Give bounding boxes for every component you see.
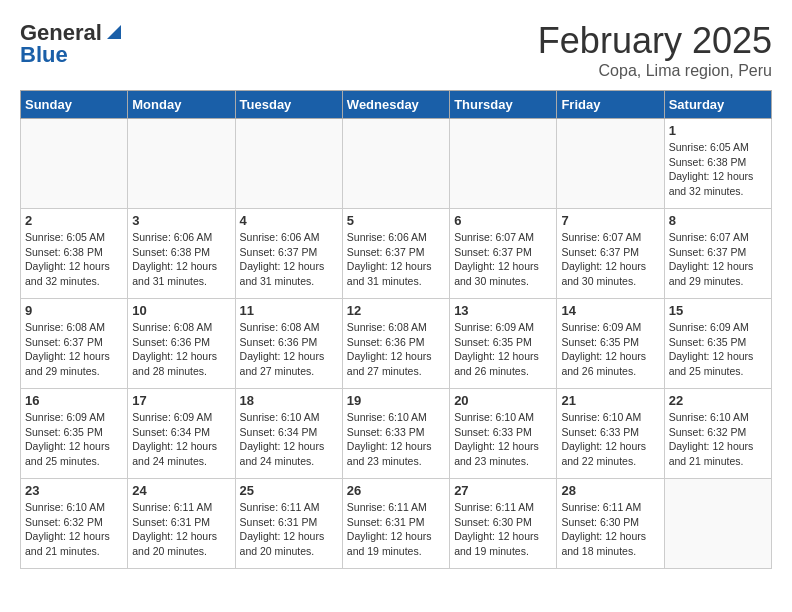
calendar-cell: 3Sunrise: 6:06 AM Sunset: 6:38 PM Daylig… [128,209,235,299]
day-info: Sunrise: 6:07 AM Sunset: 6:37 PM Dayligh… [669,230,767,289]
day-number: 10 [132,303,230,318]
day-number: 1 [669,123,767,138]
calendar-cell: 25Sunrise: 6:11 AM Sunset: 6:31 PM Dayli… [235,479,342,569]
day-number: 23 [25,483,123,498]
calendar-cell: 11Sunrise: 6:08 AM Sunset: 6:36 PM Dayli… [235,299,342,389]
calendar-cell: 28Sunrise: 6:11 AM Sunset: 6:30 PM Dayli… [557,479,664,569]
day-info: Sunrise: 6:09 AM Sunset: 6:34 PM Dayligh… [132,410,230,469]
calendar-cell [21,119,128,209]
page-subtitle: Copa, Lima region, Peru [538,62,772,80]
day-info: Sunrise: 6:09 AM Sunset: 6:35 PM Dayligh… [454,320,552,379]
day-number: 21 [561,393,659,408]
calendar-cell: 18Sunrise: 6:10 AM Sunset: 6:34 PM Dayli… [235,389,342,479]
calendar-cell: 9Sunrise: 6:08 AM Sunset: 6:37 PM Daylig… [21,299,128,389]
calendar-cell [664,479,771,569]
day-number: 25 [240,483,338,498]
day-number: 5 [347,213,445,228]
calendar-cell [450,119,557,209]
title-area: February 2025 Copa, Lima region, Peru [538,20,772,80]
day-info: Sunrise: 6:09 AM Sunset: 6:35 PM Dayligh… [25,410,123,469]
page-header: General Blue February 2025 Copa, Lima re… [20,20,772,80]
calendar-cell [128,119,235,209]
day-info: Sunrise: 6:10 AM Sunset: 6:33 PM Dayligh… [454,410,552,469]
calendar-cell: 1Sunrise: 6:05 AM Sunset: 6:38 PM Daylig… [664,119,771,209]
calendar-cell: 23Sunrise: 6:10 AM Sunset: 6:32 PM Dayli… [21,479,128,569]
calendar-week-1: 1Sunrise: 6:05 AM Sunset: 6:38 PM Daylig… [21,119,772,209]
calendar-header-thursday: Thursday [450,91,557,119]
day-info: Sunrise: 6:07 AM Sunset: 6:37 PM Dayligh… [561,230,659,289]
calendar-cell: 4Sunrise: 6:06 AM Sunset: 6:37 PM Daylig… [235,209,342,299]
day-info: Sunrise: 6:08 AM Sunset: 6:37 PM Dayligh… [25,320,123,379]
day-info: Sunrise: 6:06 AM Sunset: 6:37 PM Dayligh… [347,230,445,289]
day-info: Sunrise: 6:05 AM Sunset: 6:38 PM Dayligh… [669,140,767,199]
day-info: Sunrise: 6:10 AM Sunset: 6:32 PM Dayligh… [669,410,767,469]
calendar-cell: 27Sunrise: 6:11 AM Sunset: 6:30 PM Dayli… [450,479,557,569]
day-number: 18 [240,393,338,408]
day-info: Sunrise: 6:08 AM Sunset: 6:36 PM Dayligh… [347,320,445,379]
day-number: 4 [240,213,338,228]
calendar-cell: 21Sunrise: 6:10 AM Sunset: 6:33 PM Dayli… [557,389,664,479]
day-number: 20 [454,393,552,408]
calendar-cell: 15Sunrise: 6:09 AM Sunset: 6:35 PM Dayli… [664,299,771,389]
calendar-header-sunday: Sunday [21,91,128,119]
logo-triangle-icon [103,23,121,41]
day-number: 6 [454,213,552,228]
calendar-cell: 6Sunrise: 6:07 AM Sunset: 6:37 PM Daylig… [450,209,557,299]
page-title: February 2025 [538,20,772,62]
day-info: Sunrise: 6:09 AM Sunset: 6:35 PM Dayligh… [561,320,659,379]
day-number: 22 [669,393,767,408]
calendar-header-friday: Friday [557,91,664,119]
calendar-cell: 14Sunrise: 6:09 AM Sunset: 6:35 PM Dayli… [557,299,664,389]
calendar-cell: 16Sunrise: 6:09 AM Sunset: 6:35 PM Dayli… [21,389,128,479]
day-info: Sunrise: 6:09 AM Sunset: 6:35 PM Dayligh… [669,320,767,379]
day-info: Sunrise: 6:06 AM Sunset: 6:37 PM Dayligh… [240,230,338,289]
calendar-week-4: 16Sunrise: 6:09 AM Sunset: 6:35 PM Dayli… [21,389,772,479]
calendar-cell: 20Sunrise: 6:10 AM Sunset: 6:33 PM Dayli… [450,389,557,479]
day-number: 2 [25,213,123,228]
calendar-header-wednesday: Wednesday [342,91,449,119]
day-number: 17 [132,393,230,408]
day-info: Sunrise: 6:07 AM Sunset: 6:37 PM Dayligh… [454,230,552,289]
calendar-header-saturday: Saturday [664,91,771,119]
calendar-cell: 26Sunrise: 6:11 AM Sunset: 6:31 PM Dayli… [342,479,449,569]
logo: General Blue [20,20,121,68]
calendar-week-2: 2Sunrise: 6:05 AM Sunset: 6:38 PM Daylig… [21,209,772,299]
day-number: 8 [669,213,767,228]
day-info: Sunrise: 6:11 AM Sunset: 6:30 PM Dayligh… [454,500,552,559]
calendar-cell: 22Sunrise: 6:10 AM Sunset: 6:32 PM Dayli… [664,389,771,479]
calendar-cell: 17Sunrise: 6:09 AM Sunset: 6:34 PM Dayli… [128,389,235,479]
day-info: Sunrise: 6:11 AM Sunset: 6:30 PM Dayligh… [561,500,659,559]
calendar-cell: 7Sunrise: 6:07 AM Sunset: 6:37 PM Daylig… [557,209,664,299]
day-number: 14 [561,303,659,318]
calendar-cell: 2Sunrise: 6:05 AM Sunset: 6:38 PM Daylig… [21,209,128,299]
day-number: 7 [561,213,659,228]
calendar-cell [557,119,664,209]
calendar-week-5: 23Sunrise: 6:10 AM Sunset: 6:32 PM Dayli… [21,479,772,569]
day-number: 19 [347,393,445,408]
calendar-cell: 8Sunrise: 6:07 AM Sunset: 6:37 PM Daylig… [664,209,771,299]
day-info: Sunrise: 6:10 AM Sunset: 6:34 PM Dayligh… [240,410,338,469]
day-info: Sunrise: 6:11 AM Sunset: 6:31 PM Dayligh… [347,500,445,559]
day-number: 26 [347,483,445,498]
day-number: 12 [347,303,445,318]
day-number: 24 [132,483,230,498]
calendar-cell [342,119,449,209]
calendar-header-monday: Monday [128,91,235,119]
calendar-cell: 12Sunrise: 6:08 AM Sunset: 6:36 PM Dayli… [342,299,449,389]
day-number: 3 [132,213,230,228]
svg-marker-0 [107,25,121,39]
calendar-cell: 13Sunrise: 6:09 AM Sunset: 6:35 PM Dayli… [450,299,557,389]
day-number: 13 [454,303,552,318]
calendar-header-tuesday: Tuesday [235,91,342,119]
calendar-table: SundayMondayTuesdayWednesdayThursdayFrid… [20,90,772,569]
day-info: Sunrise: 6:05 AM Sunset: 6:38 PM Dayligh… [25,230,123,289]
day-info: Sunrise: 6:10 AM Sunset: 6:33 PM Dayligh… [561,410,659,469]
calendar-cell: 10Sunrise: 6:08 AM Sunset: 6:36 PM Dayli… [128,299,235,389]
day-info: Sunrise: 6:10 AM Sunset: 6:33 PM Dayligh… [347,410,445,469]
calendar-header-row: SundayMondayTuesdayWednesdayThursdayFrid… [21,91,772,119]
day-number: 9 [25,303,123,318]
day-number: 28 [561,483,659,498]
calendar-week-3: 9Sunrise: 6:08 AM Sunset: 6:37 PM Daylig… [21,299,772,389]
day-number: 16 [25,393,123,408]
day-info: Sunrise: 6:11 AM Sunset: 6:31 PM Dayligh… [132,500,230,559]
